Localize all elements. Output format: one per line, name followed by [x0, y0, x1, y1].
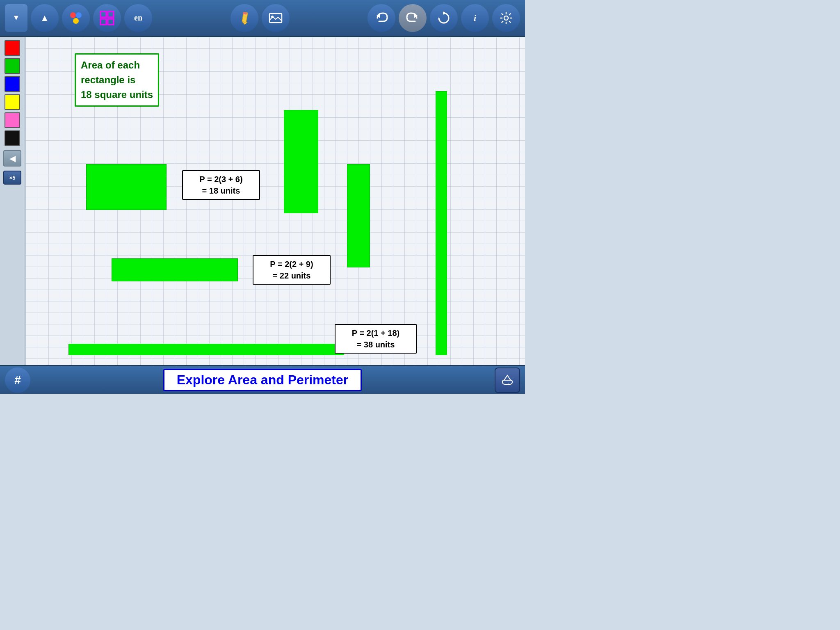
color-red[interactable] [5, 40, 20, 56]
svg-rect-5 [100, 19, 106, 25]
image-button[interactable] [262, 4, 290, 32]
refresh-button[interactable] [430, 4, 458, 32]
sidebar-arrow-button[interactable]: ◀ [3, 150, 21, 167]
svg-marker-14 [443, 11, 446, 15]
rectangle-9x2-tall [347, 164, 370, 267]
svg-point-1 [76, 12, 82, 18]
multiplier-button[interactable]: ×5 [3, 171, 21, 185]
formula-box-1: P = 2(3 + 6)= 18 units [182, 170, 260, 200]
rectangle-1x18 [68, 344, 344, 355]
pencil-button[interactable] [231, 4, 258, 32]
svg-point-11 [271, 16, 274, 18]
area-info-label: Area of eachrectangle is18 square units [75, 53, 159, 107]
trash-button[interactable] [495, 368, 520, 393]
svg-marker-8 [242, 22, 247, 25]
undo-icon [373, 10, 390, 26]
formula-box-2: P = 2(2 + 9)= 22 units [253, 255, 331, 285]
undo-button[interactable] [368, 4, 395, 32]
toolbar: ▼ ▲ en [0, 0, 525, 37]
shapes-icon [100, 11, 114, 25]
image-icon [268, 10, 283, 26]
color-yellow[interactable] [5, 94, 20, 110]
bottom-bar: # Explore Area and Perimeter [0, 365, 525, 394]
formula-box-3: P = 2(1 + 18)= 38 units [335, 324, 417, 354]
up-arrow-button[interactable]: ▲ [31, 4, 59, 32]
refresh-icon [436, 10, 452, 26]
shapes-button[interactable] [93, 4, 121, 32]
color-black[interactable] [5, 130, 20, 146]
color-pink[interactable] [5, 112, 20, 128]
svg-rect-3 [100, 11, 106, 17]
rectangle-3x6 [86, 164, 167, 210]
settings-icon [498, 10, 514, 26]
svg-point-2 [73, 18, 79, 24]
colors-icon [68, 10, 84, 26]
redo-button[interactable] [399, 4, 427, 32]
settings-button[interactable] [492, 4, 520, 32]
color-green[interactable] [5, 58, 20, 74]
dropdown-button[interactable]: ▼ [5, 4, 27, 32]
svg-point-0 [70, 12, 76, 18]
color-blue[interactable] [5, 76, 20, 92]
language-button[interactable]: en [124, 4, 152, 32]
page-title: Explore Area and Perimeter [163, 369, 362, 391]
sidebar: ◀ ×5 [0, 37, 25, 365]
rectangle-2x9 [112, 258, 238, 281]
canvas-area: Area of eachrectangle is18 square units … [25, 37, 525, 365]
svg-point-15 [504, 16, 508, 20]
recycle-icon [500, 373, 515, 388]
svg-rect-6 [108, 19, 114, 25]
rectangle-6x3-tall [284, 110, 318, 213]
redo-icon [404, 10, 421, 26]
pencil-icon [237, 11, 252, 25]
hash-button[interactable]: # [5, 368, 30, 393]
svg-rect-4 [108, 11, 114, 17]
info-button[interactable]: i [461, 4, 489, 32]
colors-button[interactable] [62, 4, 90, 32]
rectangle-18x1-tall [436, 91, 447, 355]
